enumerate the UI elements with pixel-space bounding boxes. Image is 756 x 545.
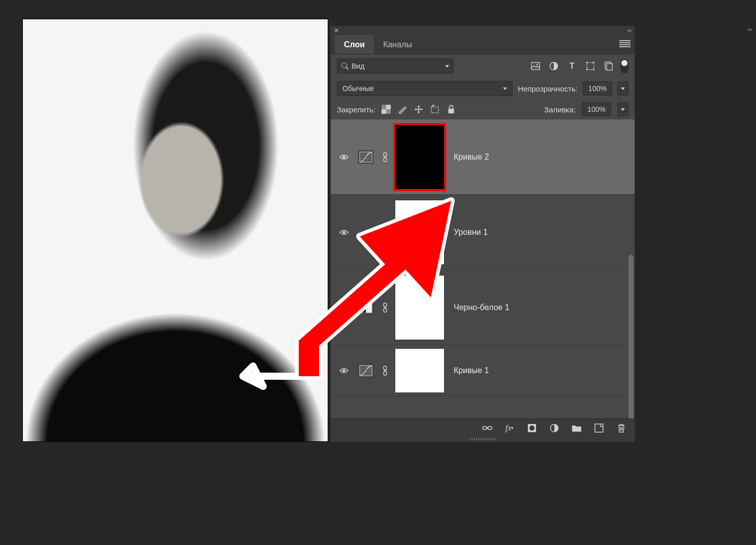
filter-type-icon[interactable]: T [568, 62, 577, 71]
scrollbar-thumb[interactable] [628, 255, 634, 418]
filter-type-select[interactable]: Вид [337, 58, 454, 74]
link-layers-icon[interactable] [482, 423, 492, 433]
lock-transparency-icon[interactable] [382, 105, 391, 114]
svg-rect-7 [593, 69, 594, 70]
eye-icon [339, 229, 349, 235]
link-icon[interactable] [381, 366, 390, 376]
canvas-document[interactable] [23, 19, 328, 441]
chevron-down-icon [503, 87, 507, 90]
blend-row: Обычные Непрозрачность: 100% [331, 78, 635, 99]
adjustment-thumb-curves[interactable] [358, 150, 373, 164]
tab-layers[interactable]: Слои [335, 35, 374, 54]
layer-mask-thumb[interactable] [395, 275, 445, 340]
panel-resize-grip[interactable] [331, 437, 635, 442]
svg-point-39 [529, 426, 534, 431]
svg-rect-4 [586, 62, 588, 64]
svg-rect-26 [360, 302, 366, 313]
opacity-stepper[interactable] [617, 81, 628, 96]
add-mask-icon[interactable] [527, 423, 537, 433]
collapse-panels-icon[interactable]: ‹‹ [747, 25, 752, 33]
lock-label: Закрепить: [337, 105, 375, 114]
scrollbar[interactable] [628, 255, 634, 418]
panel-footer: fx▾ [331, 418, 635, 437]
fill-value[interactable]: 100% [582, 102, 611, 116]
layer-row[interactable]: Черно-белое 1 [331, 270, 635, 345]
link-icon[interactable] [381, 227, 390, 237]
svg-rect-12 [386, 109, 391, 114]
new-group-icon[interactable] [572, 423, 582, 433]
visibility-toggle[interactable] [336, 368, 352, 374]
fill-label: Заливка: [544, 105, 576, 114]
opacity-value[interactable]: 100% [583, 81, 612, 96]
adjustment-thumb-bw[interactable] [358, 301, 373, 314]
svg-rect-6 [586, 69, 588, 70]
search-icon [341, 63, 349, 70]
svg-point-20 [342, 231, 345, 233]
link-icon[interactable] [381, 302, 390, 313]
opacity-label: Непрозрачность: [518, 84, 578, 93]
svg-point-24 [342, 306, 345, 309]
svg-rect-0 [531, 63, 540, 70]
panel-menu-icon[interactable] [619, 40, 631, 47]
filter-image-icon[interactable] [531, 62, 540, 71]
lock-all-icon[interactable] [447, 105, 456, 114]
lock-paint-icon[interactable] [398, 105, 407, 114]
filter-adjustment-icon[interactable] [549, 62, 558, 71]
blend-mode-select[interactable]: Обычные [337, 81, 513, 96]
layer-row[interactable]: Уровни 1 [331, 195, 635, 270]
filter-shape-icon[interactable] [586, 62, 595, 71]
collapse-icon[interactable]: ‹‹ [627, 27, 632, 34]
layer-name[interactable]: Уровни 1 [454, 228, 488, 237]
svg-rect-9 [607, 64, 612, 70]
lock-artboard-icon[interactable] [430, 105, 439, 114]
lock-position-icon[interactable] [414, 105, 423, 114]
filter-icons: T [531, 62, 613, 71]
layer-row[interactable]: Кривые 2 [331, 119, 635, 195]
visibility-toggle[interactable] [336, 154, 352, 160]
svg-rect-11 [382, 105, 386, 109]
layer-mask-thumb[interactable] [395, 200, 445, 265]
eye-icon [339, 368, 349, 374]
svg-rect-41 [595, 424, 603, 432]
new-layer-icon[interactable] [594, 423, 604, 433]
link-icon[interactable] [381, 152, 390, 162]
panel-titlebar: ✕ ‹‹ [331, 26, 635, 35]
svg-point-15 [342, 156, 345, 158]
new-adjustment-icon[interactable] [549, 423, 559, 433]
close-icon[interactable]: ✕ [334, 27, 339, 34]
layer-name[interactable]: Черно-белое 1 [454, 303, 510, 312]
svg-point-30 [342, 369, 345, 372]
fx-icon[interactable]: fx▾ [505, 423, 515, 433]
visibility-toggle[interactable] [336, 305, 352, 311]
chevron-down-icon [445, 65, 449, 68]
lock-row: Закрепить: Заливка: 100% [331, 99, 635, 119]
layer-row[interactable]: Кривые 1 [331, 345, 635, 396]
fill-stepper[interactable] [617, 102, 628, 116]
svg-rect-13 [431, 107, 438, 113]
document-image-fg [23, 279, 328, 441]
delete-layer-icon[interactable] [616, 423, 626, 433]
eye-icon [339, 305, 349, 311]
layers-list: Кривые 2 Уровни 1 Черно-белое 1 К [331, 119, 635, 418]
svg-rect-14 [448, 109, 454, 113]
eye-icon [339, 154, 349, 160]
layer-name[interactable]: Кривые 1 [454, 366, 489, 375]
tab-channels[interactable]: Каналы [374, 35, 421, 54]
filter-toggle[interactable] [620, 59, 628, 73]
blend-mode-value: Обычные [342, 84, 374, 93]
svg-rect-3 [587, 63, 594, 70]
svg-rect-5 [593, 62, 594, 64]
layer-mask-thumb[interactable] [395, 348, 445, 393]
adjustment-thumb-curves[interactable] [358, 364, 373, 377]
filter-smartobject-icon[interactable] [604, 62, 613, 71]
svg-point-1 [536, 64, 538, 65]
visibility-toggle[interactable] [336, 229, 352, 235]
filter-type-label: Вид [352, 62, 364, 70]
layer-name[interactable]: Кривые 2 [454, 153, 489, 162]
filter-row: Вид T [331, 54, 635, 78]
panel-tabs: Слои Каналы [331, 35, 635, 54]
layer-mask-thumb[interactable] [395, 125, 445, 190]
layers-panel: ✕ ‹‹ Слои Каналы Вид T [330, 25, 635, 442]
